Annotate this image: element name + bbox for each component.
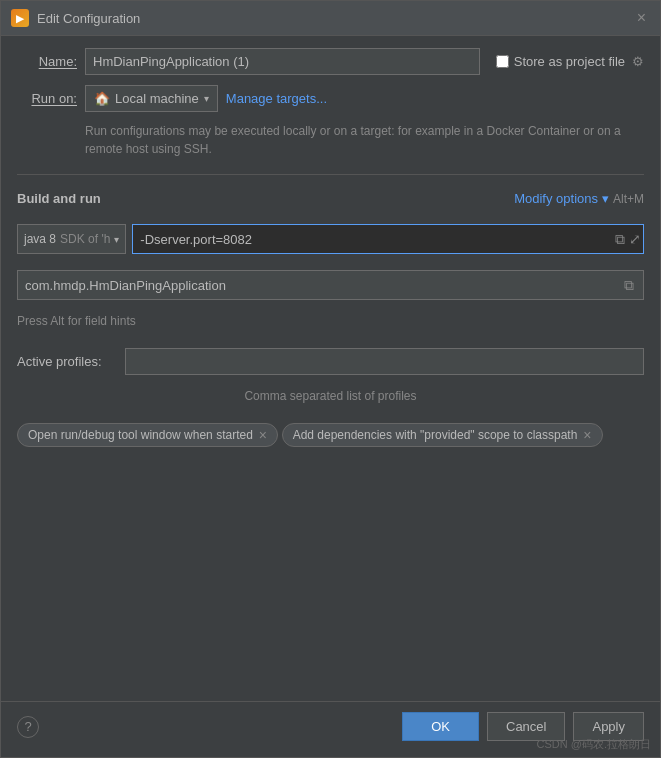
profiles-hint: Comma separated list of profiles — [17, 389, 644, 403]
gear-icon[interactable]: ⚙ — [632, 54, 644, 69]
sdk-label: java 8 — [24, 232, 56, 246]
modify-options-button[interactable]: Modify options ▾ Alt+M — [514, 191, 644, 206]
store-project-checkbox[interactable] — [496, 55, 509, 68]
main-class-row: com.hmdp.HmDianPingApplication ⧉ — [17, 270, 644, 300]
name-label: Name: — [17, 54, 77, 69]
ok-button[interactable]: OK — [402, 712, 479, 741]
name-row: Name: Store as project file ⚙ — [17, 48, 644, 75]
alt-m-hint: Alt+M — [613, 192, 644, 206]
main-class-copy-icon[interactable]: ⧉ — [622, 275, 636, 296]
title-bar: ▶ Edit Configuration × — [1, 1, 660, 36]
build-row: java 8 SDK of 'h ▾ ⧉ ⤢ — [17, 224, 644, 254]
vm-options-input[interactable] — [133, 225, 613, 253]
run-on-value: Local machine — [115, 91, 199, 106]
help-button[interactable]: ? — [17, 716, 39, 738]
vm-options-copy-icon[interactable]: ⧉ — [613, 229, 627, 250]
sdk-rest: SDK of 'h — [60, 232, 110, 246]
manage-targets-link[interactable]: Manage targets... — [226, 91, 327, 106]
modify-options-label: Modify options — [514, 191, 598, 206]
store-project-row: Store as project file ⚙ — [496, 54, 644, 69]
dropdown-arrow-icon: ▾ — [204, 93, 209, 104]
sdk-dropdown-arrow-icon: ▾ — [114, 234, 119, 245]
watermark: CSDN @码农.拉格朗日 — [537, 737, 651, 752]
store-project-label: Store as project file — [514, 54, 625, 69]
chip-1-close[interactable]: × — [583, 428, 591, 442]
app-icon: ▶ — [11, 9, 29, 27]
main-class-value: com.hmdp.HmDianPingApplication — [25, 278, 622, 293]
run-on-label: Run on: — [17, 91, 77, 106]
name-input[interactable] — [85, 48, 480, 75]
modify-options-chevron: ▾ — [602, 191, 609, 206]
close-button[interactable]: × — [633, 7, 650, 29]
chip-0-label: Open run/debug tool window when started — [28, 428, 253, 442]
profiles-row: Active profiles: — [17, 348, 644, 375]
run-on-row: Run on: 🏠 Local machine ▾ Manage targets… — [17, 85, 644, 112]
vm-options-expand-icon[interactable]: ⤢ — [627, 229, 643, 249]
chips-container: Open run/debug tool window when started … — [17, 423, 644, 453]
hint-text: Press Alt for field hints — [17, 314, 644, 328]
chip-0: Open run/debug tool window when started … — [17, 423, 278, 447]
build-run-title: Build and run — [17, 191, 101, 206]
home-icon: 🏠 — [94, 91, 110, 106]
profiles-label: Active profiles: — [17, 354, 117, 369]
divider — [17, 174, 644, 175]
chip-1-label: Add dependencies with "provided" scope t… — [293, 428, 578, 442]
run-on-dropdown[interactable]: 🏠 Local machine ▾ — [85, 85, 218, 112]
sdk-dropdown[interactable]: java 8 SDK of 'h ▾ — [17, 224, 126, 254]
dialog-title: Edit Configuration — [37, 11, 625, 26]
profiles-input[interactable] — [125, 348, 644, 375]
chip-0-close[interactable]: × — [259, 428, 267, 442]
vm-options-wrapper: ⧉ ⤢ — [132, 224, 644, 254]
info-text: Run configurations may be executed local… — [85, 122, 644, 158]
build-run-header: Build and run Modify options ▾ Alt+M — [17, 191, 644, 206]
chip-1: Add dependencies with "provided" scope t… — [282, 423, 603, 447]
